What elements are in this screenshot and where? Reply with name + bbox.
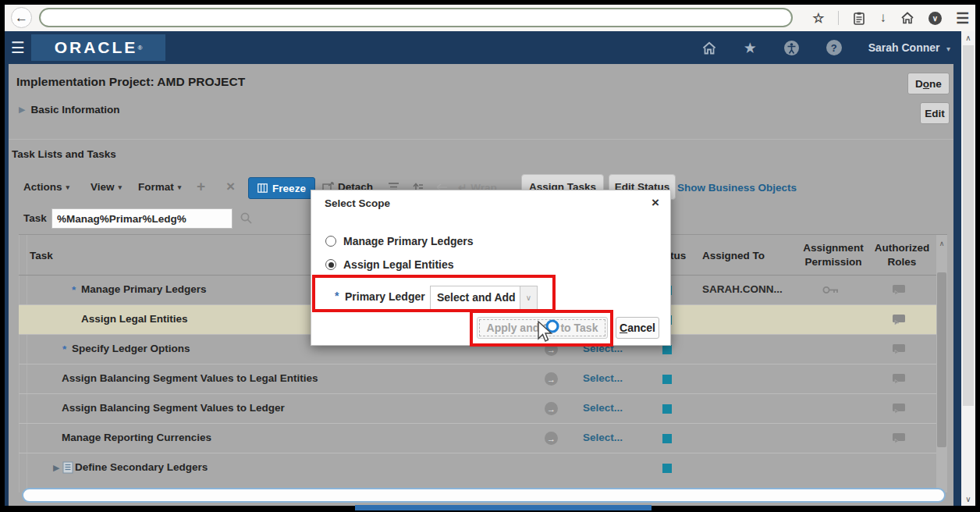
- close-icon[interactable]: ×: [652, 195, 659, 211]
- task-name: Manage Primary Ledgers: [81, 283, 207, 295]
- freeze-button[interactable]: Freeze: [248, 177, 315, 199]
- select-link[interactable]: Select...: [583, 372, 623, 384]
- status-icon: [662, 434, 672, 443]
- scroll-up-icon[interactable]: ∧: [936, 240, 947, 247]
- task-filter-label: Task: [23, 212, 47, 224]
- view-menu[interactable]: View▾: [91, 181, 122, 193]
- go-to-task-icon[interactable]: →: [545, 402, 558, 415]
- brand-mark: ®: [137, 44, 142, 52]
- browser-back-button[interactable]: ←: [11, 7, 32, 28]
- scroll-down-icon[interactable]: ∨: [961, 495, 975, 503]
- browser-url-bar[interactable]: [39, 8, 793, 27]
- authorized-roles-icon[interactable]: [892, 432, 906, 444]
- delete-icon[interactable]: ×: [226, 178, 235, 195]
- browser-menu-icon[interactable]: ☰: [956, 9, 969, 27]
- go-to-task-icon[interactable]: →: [545, 432, 558, 445]
- expand-right-icon: ▶: [19, 105, 25, 115]
- caret-down-icon: ▾: [119, 183, 123, 191]
- select-link[interactable]: Select...: [583, 402, 623, 414]
- freeze-grid-icon: [257, 183, 268, 193]
- done-button[interactable]: Done: [907, 73, 950, 94]
- col-task[interactable]: Task: [30, 250, 53, 261]
- pocket-chevron: ∨: [932, 14, 938, 23]
- home-nav-icon[interactable]: [701, 41, 717, 55]
- screenshot-root: ← ☆ ↓ ∨ ☰ ☰ ORACLE® ★: [0, 0, 980, 512]
- status-icon: [662, 375, 672, 384]
- brand-text: ORACLE: [55, 38, 138, 57]
- status-icon: [662, 404, 672, 414]
- table-scrollbar-thumb[interactable]: [937, 272, 946, 447]
- oracle-logo: ORACLE®: [31, 34, 165, 61]
- search-icon[interactable]: [240, 212, 253, 225]
- radio-label-manage-primary-ledgers: Manage Primary Ledgers: [343, 235, 474, 247]
- user-menu[interactable]: Sarah Conner ▾: [868, 41, 950, 55]
- home-icon[interactable]: [900, 12, 914, 24]
- highlight-box-primary-ledger: [312, 275, 556, 312]
- col-assignment-permission[interactable]: Assignment Permission: [796, 241, 871, 269]
- authorized-roles-icon[interactable]: [892, 373, 906, 385]
- accessibility-icon[interactable]: [783, 40, 800, 56]
- user-name: Sarah Conner: [868, 41, 940, 54]
- section-divider: [9, 139, 953, 140]
- downloads-icon[interactable]: ↓: [879, 10, 886, 26]
- col-assigned-to[interactable]: Assigned To: [702, 250, 765, 261]
- scroll-up-icon[interactable]: ∧: [961, 34, 975, 42]
- cancel-button[interactable]: Cancel: [616, 317, 659, 339]
- radio-label-assign-legal-entities: Assign Legal Entities: [343, 258, 454, 271]
- assignment-permission-key-icon: [822, 285, 840, 295]
- global-header: ☰ ORACLE® ★ ? Sarah Conner ▾: [5, 31, 961, 64]
- browser-chrome: ← ☆ ↓ ∨ ☰: [5, 5, 975, 31]
- table-scrollbar[interactable]: ∧: [936, 235, 947, 492]
- user-caret-icon: ▾: [946, 44, 950, 53]
- task-name: Assign Balancing Segment Values to Legal…: [62, 372, 318, 384]
- task-name: Assign Legal Entities: [81, 313, 188, 325]
- favorites-star-icon[interactable]: ★: [744, 39, 757, 57]
- browser-scrollbar[interactable]: ∧ ∨: [961, 31, 975, 506]
- basic-information-disclosure[interactable]: ▶ Basic Information: [19, 104, 120, 116]
- basic-information-label: Basic Information: [30, 104, 119, 116]
- col-authorized-roles[interactable]: Authorized Roles: [869, 241, 935, 269]
- back-icon: ←: [15, 10, 28, 26]
- expand-right-icon[interactable]: ▶: [53, 463, 59, 473]
- busy-spinner-icon: [547, 321, 558, 332]
- radio-manage-primary-ledgers[interactable]: [325, 236, 336, 247]
- chrome-separator: [838, 11, 839, 25]
- table-row-assign-bsv-ledger[interactable]: Assign Balancing Segment Values to Ledge…: [19, 394, 936, 424]
- format-menu[interactable]: Format▾: [138, 181, 181, 193]
- table-row-define-secondary-ledgers[interactable]: ▶ Define Secondary Ledgers: [19, 453, 936, 483]
- bookmark-star-icon[interactable]: ☆: [812, 10, 824, 27]
- add-icon[interactable]: +: [197, 178, 205, 195]
- required-marker: *: [62, 343, 66, 355]
- navigator-menu-icon[interactable]: ☰: [11, 38, 25, 57]
- assigned-to-value: SARAH.CONN...: [702, 283, 783, 295]
- go-to-task-icon[interactable]: →: [545, 372, 558, 386]
- task-lists-section-title: Task Lists and Tasks: [12, 148, 116, 160]
- task-filter-input[interactable]: [51, 208, 233, 229]
- mouse-cursor: [533, 315, 564, 350]
- horizontal-scrollbar[interactable]: [22, 488, 946, 503]
- status-icon: [662, 464, 672, 473]
- authorized-roles-icon[interactable]: [892, 343, 906, 355]
- edit-button[interactable]: Edit: [920, 102, 950, 124]
- authorized-roles-icon[interactable]: [892, 284, 906, 296]
- authorized-roles-icon[interactable]: [892, 403, 906, 414]
- help-icon[interactable]: ?: [826, 40, 842, 55]
- show-business-objects-link[interactable]: Show Business Objects: [677, 182, 797, 194]
- required-marker: *: [72, 284, 76, 296]
- dialog-title: Select Scope: [325, 197, 390, 209]
- select-link[interactable]: Select...: [583, 432, 623, 443]
- actions-menu[interactable]: Actions▾: [23, 181, 69, 193]
- page-title: Implementation Project: AMD PROJECT: [16, 75, 245, 89]
- task-name: Assign Balancing Segment Values to Ledge…: [62, 402, 285, 414]
- pocket-icon[interactable]: ∨: [929, 12, 942, 25]
- task-name: Define Secondary Ledgers: [75, 461, 208, 473]
- radio-assign-legal-entities[interactable]: [325, 259, 336, 270]
- table-row-manage-reporting-currencies[interactable]: Manage Reporting Currencies → Select...: [19, 424, 936, 453]
- browser-scrollbar-thumb[interactable]: [963, 45, 974, 406]
- authorized-roles-icon[interactable]: [892, 314, 906, 325]
- table-row-assign-bsv-legal-entities[interactable]: Assign Balancing Segment Values to Legal…: [19, 364, 936, 394]
- task-name: Specify Ledger Options: [72, 343, 190, 354]
- status-icon: [662, 345, 672, 354]
- task-list-icon: [62, 461, 73, 474]
- reading-list-icon[interactable]: [853, 12, 865, 25]
